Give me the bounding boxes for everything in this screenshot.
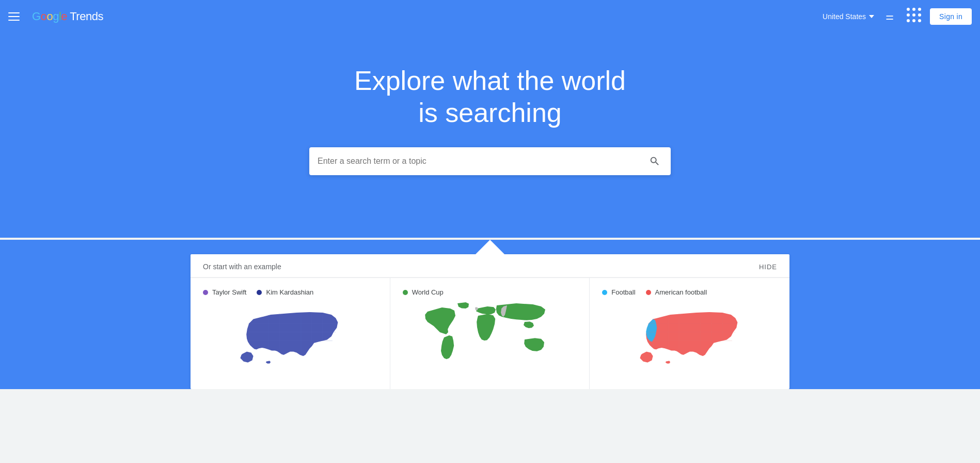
examples-panel: Or start with an example HIDE Taylor Swi…: [191, 254, 789, 389]
search-button[interactable]: [647, 153, 662, 169]
legend-dot-football: [602, 290, 607, 295]
example-card-3[interactable]: Football American football: [590, 278, 789, 389]
legend-dot-kim: [257, 290, 262, 295]
legend-label-kim: Kim Kardashian: [266, 288, 313, 296]
legend-item-worldcup: World Cup: [403, 288, 444, 296]
legend-label-taylor: Taylor Swift: [212, 288, 246, 296]
logo: Google Trends: [32, 10, 103, 23]
legend-label-football: Football: [611, 288, 635, 296]
apps-grid-icon[interactable]: [905, 7, 924, 26]
card-2-legend: World Cup: [403, 288, 577, 296]
card-1-legend: Taylor Swift Kim Kardashian: [203, 288, 377, 296]
header-right: United States ⚌ Sign in: [823, 7, 972, 26]
example-card-2[interactable]: World Cup: [390, 278, 590, 389]
legend-item-taylor: Taylor Swift: [203, 288, 246, 296]
chevron-down-icon: [869, 15, 874, 18]
legend-item-kim: Kim Kardashian: [257, 288, 313, 296]
legend-item-american-football: American football: [646, 288, 707, 296]
search-icon: [649, 156, 660, 167]
logo-text: Google Trends: [32, 10, 103, 23]
feedback-icon: ⚌: [886, 11, 894, 22]
card-1-map: [203, 304, 377, 377]
country-selector[interactable]: United States: [823, 12, 874, 21]
feedback-button[interactable]: ⚌: [880, 7, 899, 26]
legend-label-worldcup: World Cup: [412, 288, 444, 296]
world-map-green: [417, 299, 562, 382]
hero-section: Explore what the world is searching: [0, 0, 980, 238]
usa-map-football: [636, 306, 744, 376]
triangle-pointer: [0, 240, 980, 254]
header: Google Trends United States ⚌ Sign in: [0, 0, 980, 33]
country-label: United States: [823, 12, 866, 21]
examples-label: Or start with an example: [203, 263, 281, 271]
legend-dot-taylor: [203, 290, 208, 295]
card-3-legend: Football American football: [602, 288, 777, 296]
examples-header: Or start with an example HIDE: [191, 254, 789, 277]
search-input[interactable]: [318, 157, 647, 166]
search-bar: [309, 147, 671, 175]
signin-button[interactable]: Sign in: [930, 8, 972, 25]
hero-title: Explore what the world is searching: [354, 65, 626, 129]
menu-icon[interactable]: [4, 8, 24, 25]
below-hero: [0, 389, 980, 463]
legend-item-football: Football: [602, 288, 635, 296]
card-2-map: [403, 304, 577, 377]
header-left: Google Trends: [4, 8, 103, 25]
legend-dot-american-football: [646, 290, 651, 295]
examples-grid: Taylor Swift Kim Kardashian: [191, 277, 789, 389]
legend-dot-worldcup: [403, 290, 408, 295]
example-card-1[interactable]: Taylor Swift Kim Kardashian: [191, 278, 390, 389]
card-3-map: [602, 304, 777, 377]
usa-map-blue: [236, 306, 344, 376]
hide-button[interactable]: HIDE: [759, 263, 777, 271]
legend-label-american-football: American football: [655, 288, 707, 296]
